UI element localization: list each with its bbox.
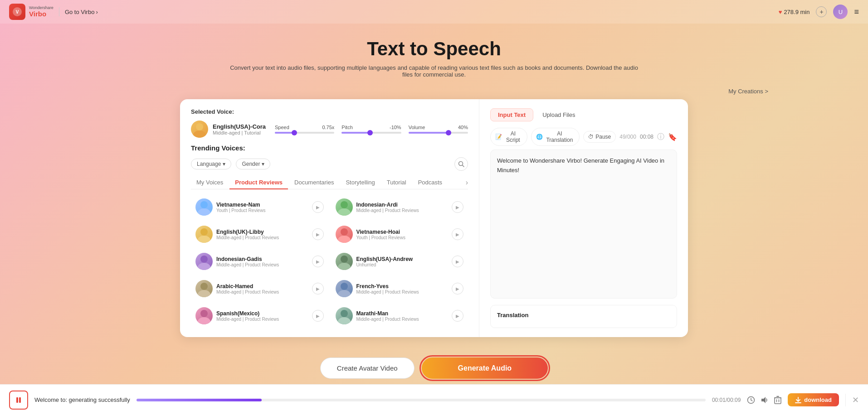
close-player-button[interactable]: ✕	[852, 395, 859, 405]
list-item[interactable]: Indonesian-Ardi Middle-aged | Product Re…	[331, 195, 468, 219]
voice-list: Vietnamese-Nam Youth | Product Reviews ▶…	[191, 195, 468, 328]
svg-rect-30	[775, 398, 781, 404]
list-item[interactable]: French-Yves Middle-aged | Product Review…	[331, 276, 468, 301]
voice-info: French-Yves Middle-aged | Product Review…	[356, 283, 449, 294]
list-item[interactable]: Marathi-Man Middle-aged | Product Review…	[331, 304, 468, 328]
speed-fill	[275, 132, 293, 134]
svg-rect-27	[19, 397, 21, 403]
bookmark-icon[interactable]: 🔖	[668, 133, 677, 141]
history-button[interactable]	[747, 396, 755, 404]
volume-thumb[interactable]	[446, 130, 451, 135]
play-button[interactable]: ▶	[312, 256, 324, 267]
progress-bar[interactable]	[137, 399, 706, 401]
voice-info: Marathi-Man Middle-aged | Product Review…	[356, 310, 449, 322]
list-item[interactable]: English(UK)-Libby Middle-aged | Product …	[191, 222, 328, 246]
speed-slider-group: Speed 0.75x	[275, 125, 334, 134]
play-button[interactable]: ▶	[312, 228, 324, 240]
gender-filter[interactable]: Gender ▾	[236, 159, 270, 169]
play-button[interactable]: ▶	[312, 201, 324, 213]
play-button[interactable]: ▶	[452, 256, 463, 267]
svg-point-25	[338, 317, 351, 324]
text-input-area[interactable]: Welcome to Wondershare Virbo! Generate E…	[490, 150, 677, 299]
svg-point-17	[338, 263, 351, 270]
speed-label: Speed	[275, 125, 289, 130]
list-item[interactable]: Arabic-Hamed Middle-aged | Product Revie…	[191, 276, 328, 301]
voice-category-tabs: My Voices Product Reviews Documentaries …	[191, 176, 468, 189]
play-button[interactable]: ▶	[452, 228, 463, 240]
speed-header: Speed 0.75x	[275, 125, 334, 130]
list-item[interactable]: Spanish(Mexico) Middle-aged | Product Re…	[191, 304, 328, 328]
tab-storytelling[interactable]: Storytelling	[340, 176, 380, 189]
svg-point-19	[198, 290, 210, 297]
tab-tutorial[interactable]: Tutorial	[381, 176, 412, 189]
list-item[interactable]: Indonesian-Gadis Middle-aged | Product R…	[191, 249, 328, 274]
list-item[interactable]: Vietnamese-Nam Youth | Product Reviews ▶	[191, 195, 328, 219]
nav-right: ♥ 278.9 min + U ≡	[779, 5, 859, 19]
hero-subtitle: Convert your text into audio files, supp…	[230, 64, 638, 78]
voice-avatar	[336, 280, 353, 297]
tab-product-reviews[interactable]: Product Reviews	[229, 176, 288, 189]
tab-documentaries[interactable]: Documentaries	[289, 176, 339, 189]
tab-podcasts[interactable]: Podcasts	[413, 176, 448, 189]
pitch-thumb[interactable]	[367, 130, 373, 135]
speed-track[interactable]	[275, 132, 334, 134]
my-creations-link[interactable]: My Creations >	[0, 85, 868, 95]
voice-info: Indonesian-Gadis Middle-aged | Product R…	[216, 256, 308, 267]
play-button[interactable]: ▶	[452, 201, 463, 213]
progress-fill	[137, 399, 262, 401]
pitch-track[interactable]	[341, 132, 401, 134]
svg-point-23	[198, 317, 210, 324]
list-item[interactable]: English(USA)-Andrew Unhurried ▶	[331, 249, 468, 274]
voice-avatar	[336, 226, 353, 243]
tabs-more-button[interactable]: ›	[466, 179, 468, 187]
language-filter[interactable]: Language ▾	[191, 159, 231, 169]
pause-button[interactable]: ⏱ Pause	[583, 131, 616, 143]
svg-text:V: V	[16, 10, 19, 14]
volume-button[interactable]	[761, 396, 769, 404]
play-pause-button[interactable]	[9, 391, 28, 410]
voice-avatar	[336, 198, 353, 216]
user-avatar[interactable]: U	[833, 5, 848, 19]
tab-upload-files[interactable]: Upload Files	[535, 109, 582, 121]
play-button[interactable]: ▶	[312, 283, 324, 294]
time-display: 00:08	[640, 134, 653, 140]
tab-my-voices[interactable]: My Voices	[191, 176, 229, 189]
generate-audio-button[interactable]: Generate Audio	[422, 357, 548, 379]
chevron-down-icon: ▾	[223, 161, 225, 167]
voice-info: Arabic-Hamed Middle-aged | Product Revie…	[216, 283, 308, 294]
selected-voice-avatar	[191, 121, 208, 138]
selected-voice-label: Selected Voice:	[191, 108, 468, 115]
logo-area: V Wondershare Virbo	[9, 4, 54, 20]
search-button[interactable]	[454, 157, 468, 171]
volume-track[interactable]	[409, 132, 468, 134]
play-button[interactable]: ▶	[452, 283, 463, 294]
svg-point-9	[338, 208, 351, 216]
goto-virbo-link[interactable]: Go to Virbo ›	[65, 9, 98, 15]
svg-rect-26	[16, 397, 18, 403]
main-panel: Selected Voice: English(USA)-Cora Middle…	[180, 99, 688, 337]
add-minutes-button[interactable]: +	[816, 6, 827, 17]
delete-button[interactable]	[774, 396, 781, 404]
create-avatar-button[interactable]: Create Avatar Video	[320, 357, 414, 379]
svg-point-10	[200, 228, 208, 236]
voice-info: Vietnamese-Nam Youth | Product Reviews	[216, 202, 308, 213]
ai-translation-button[interactable]: 🌐 AI Translation	[531, 128, 580, 146]
download-button[interactable]: download	[788, 393, 839, 406]
svg-point-7	[198, 208, 210, 216]
translate-icon: 🌐	[536, 134, 543, 140]
right-panel: Input Text Upload Files 📝 AI Script 🌐 AI…	[479, 99, 688, 337]
player-actions	[747, 396, 781, 404]
right-tab-row: Input Text Upload Files	[490, 108, 677, 121]
hamburger-menu-button[interactable]: ≡	[854, 7, 859, 17]
speed-thumb[interactable]	[292, 130, 297, 135]
pitch-value: -10%	[390, 125, 401, 130]
voice-info: English(UK)-Libby Middle-aged | Product …	[216, 229, 308, 240]
tab-input-text[interactable]: Input Text	[490, 108, 533, 121]
voice-avatar	[195, 280, 213, 297]
svg-point-3	[193, 130, 206, 138]
ai-script-button[interactable]: 📝 AI Script	[490, 128, 527, 146]
play-button[interactable]: ▶	[452, 310, 463, 322]
play-button[interactable]: ▶	[312, 310, 324, 322]
pitch-label: Pitch	[341, 125, 352, 130]
list-item[interactable]: Vietnamese-Hoai Youth | Product Reviews …	[331, 222, 468, 246]
